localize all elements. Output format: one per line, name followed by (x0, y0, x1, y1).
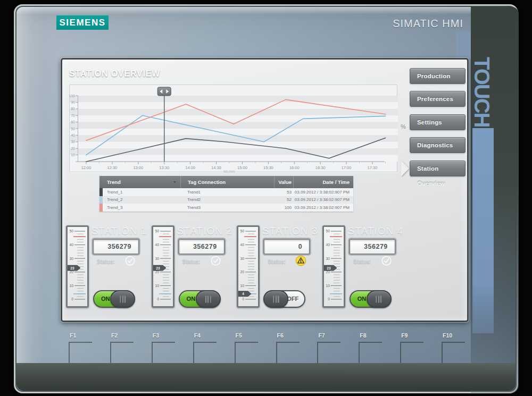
column-header-tag-connection[interactable]: Tag Connection (180, 176, 274, 188)
hmi-device-bezel: TOUCH SIEMENS SIMATIC HMI STATION OVERVI… (14, 4, 518, 393)
svg-text:30: 30 (69, 257, 73, 260)
fkey-f5[interactable]: F5 (235, 332, 268, 367)
fkey-label: F9 (401, 332, 408, 339)
station-value: 356279 (94, 240, 138, 254)
svg-text:40: 40 (240, 243, 245, 247)
svg-text:20: 20 (71, 147, 75, 150)
fkey-f2[interactable]: F2 (110, 332, 143, 367)
grip-icon (376, 296, 382, 302)
table-row[interactable]: Trend_2Trend25203.09.2012 / 3:38:02:907 … (99, 196, 353, 204)
station-value-display: 356279 (349, 239, 396, 255)
status-label: Status: (353, 259, 371, 265)
svg-text:30: 30 (71, 140, 75, 144)
svg-text:80: 80 (71, 107, 75, 111)
touch-band (472, 128, 494, 333)
fkey-f6[interactable]: F6 (276, 332, 309, 367)
station-title: STATION 4 (346, 225, 405, 237)
station-slider[interactable]: 504030201004 (237, 225, 260, 308)
station-slider[interactable]: 5040302010023 (322, 225, 345, 308)
power-toggle[interactable]: OFF (264, 290, 305, 308)
station-value-display: 356279 (93, 239, 139, 255)
station-value-display: 356279 (178, 239, 225, 255)
fkey-f10[interactable]: F10 (442, 332, 475, 367)
trend-chart: 10203040506070809010012:0012:3013:0013:3… (69, 85, 397, 172)
column-header-value[interactable]: Value (274, 176, 293, 188)
table-row[interactable]: Trend_3Trend310003.09.2012 / 3:38:02:907… (99, 204, 353, 212)
svg-text:50: 50 (326, 229, 330, 233)
active-page-arrow (401, 161, 409, 176)
power-toggle[interactable]: ON (93, 290, 135, 308)
fkey-f9[interactable]: F9 (400, 332, 433, 367)
toggle-state-label: ON (187, 296, 196, 302)
status-label: Status: (182, 259, 201, 265)
toggle-state-label: ON (101, 296, 110, 302)
station-slider[interactable]: 5040302010023 (152, 225, 174, 308)
station-value: 356279 (350, 240, 395, 254)
svg-text:10: 10 (326, 284, 330, 288)
svg-text:40: 40 (155, 243, 159, 247)
svg-text:30: 30 (240, 257, 245, 260)
page-title: STATION OVERVIEW (69, 69, 160, 79)
bezel-top-highlight (16, 7, 516, 14)
nav-button-production[interactable]: Production (410, 68, 466, 84)
toggle-knob[interactable] (110, 290, 135, 308)
fkey-f4[interactable]: F4 (193, 332, 226, 367)
table-row[interactable]: Trend_1Trend15303.09.2012 / 3:38:02:907 … (99, 188, 353, 196)
bezel-left-highlight (16, 7, 44, 391)
fkey-f8[interactable]: F8 (359, 332, 392, 367)
chart-unit-label: % (401, 123, 406, 130)
svg-text:16:00: 16:00 (289, 165, 300, 170)
nav-button-station-overview[interactable]: Station Overview (410, 161, 466, 176)
station-title: STATION 3 (260, 225, 320, 237)
svg-text:23: 23 (156, 266, 160, 270)
cell-trend: Trend_1 (99, 190, 180, 195)
svg-text:15:30: 15:30 (263, 165, 273, 170)
cell-tag-connection: Trend2 (180, 197, 274, 202)
toggle-knob[interactable] (196, 290, 221, 308)
column-header-trend[interactable]: Trend▼ (99, 176, 180, 188)
svg-text:14:00: 14:00 (185, 165, 195, 170)
fkey-label: F4 (194, 332, 201, 339)
cell-value: 100 (274, 205, 293, 210)
fkey-f1[interactable]: F1 (69, 332, 102, 367)
chart-ruler-handle[interactable] (157, 87, 171, 96)
station-group-1: 5040302010023STATION 1356279Status:ON (65, 224, 149, 320)
toggle-knob[interactable] (263, 290, 288, 308)
fkey-label: F6 (277, 332, 284, 339)
trend-color-chip (99, 196, 103, 204)
column-header-date-time[interactable]: Date / Time (293, 176, 353, 188)
nav-button-preferences[interactable]: Preferences (410, 91, 466, 107)
touch-screen: STATION OVERVIEW 10203040506070809010012… (61, 58, 469, 322)
toggle-state-label: OFF (287, 296, 298, 302)
svg-text:100: 100 (70, 94, 75, 98)
column-header-label: Value (278, 179, 292, 185)
fkey-label: F10 (443, 332, 452, 339)
svg-text:13:00: 13:00 (133, 165, 143, 170)
svg-text:50: 50 (69, 229, 73, 233)
fkey-f7[interactable]: F7 (317, 332, 350, 367)
nav-button-settings[interactable]: Settings (410, 114, 466, 130)
svg-text:60: 60 (71, 120, 75, 124)
svg-text:17:00: 17:00 (342, 165, 352, 170)
touch-label: TOUCH (470, 57, 494, 127)
svg-text:hh:mm: hh:mm (223, 170, 235, 173)
power-toggle[interactable]: ON (179, 290, 220, 308)
nav-button-diagnostics[interactable]: Diagnostics (410, 137, 466, 153)
toggle-knob[interactable] (367, 290, 392, 308)
svg-text:23: 23 (327, 266, 331, 270)
station-slider[interactable]: 5040302010023 (66, 225, 89, 308)
svg-text:12:30: 12:30 (107, 165, 118, 170)
power-toggle[interactable]: ON (350, 290, 391, 308)
fkey-f3[interactable]: F3 (152, 332, 185, 367)
cell-value: 53 (274, 190, 293, 195)
svg-text:0: 0 (328, 297, 330, 301)
cell-tag-connection: Trend1 (180, 190, 274, 195)
station-value: 356279 (179, 240, 224, 254)
svg-text:14:30: 14:30 (211, 165, 221, 170)
svg-text:15:00: 15:00 (237, 165, 247, 170)
sort-desc-icon[interactable]: ▼ (173, 180, 177, 184)
svg-text:70: 70 (71, 114, 75, 117)
fkey-label: F8 (360, 332, 366, 339)
column-header-label: Trend (107, 179, 121, 185)
station-title: STATION 1 (89, 225, 149, 237)
